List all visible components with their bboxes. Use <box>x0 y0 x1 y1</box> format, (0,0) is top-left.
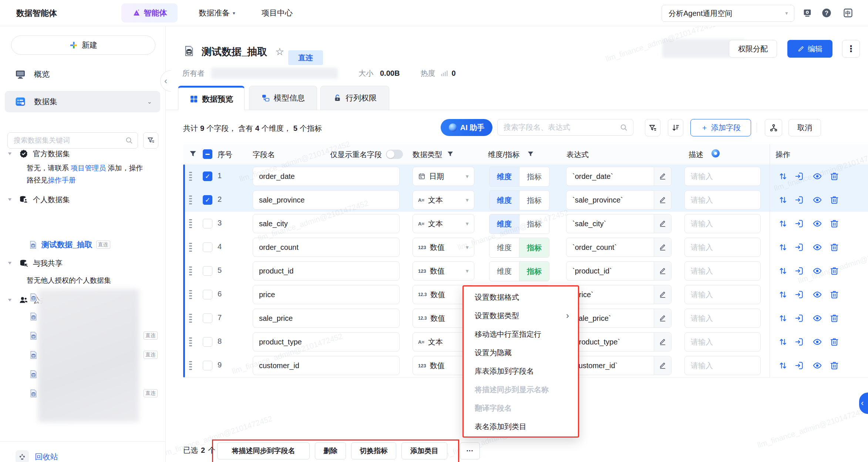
public-dataset-item[interactable]: 直连 <box>29 327 162 344</box>
new-button[interactable]: 新建 <box>11 35 155 55</box>
row-checkbox[interactable] <box>203 361 212 370</box>
insert-row-button[interactable] <box>794 219 804 228</box>
cancel-button[interactable]: 取消 <box>788 119 821 136</box>
expression-input[interactable]: `sale_province` <box>566 190 672 210</box>
move-row-button[interactable] <box>778 337 788 347</box>
dup-toggle-switch[interactable] <box>386 150 403 159</box>
role-measure-option[interactable]: 指标 <box>519 262 549 281</box>
visibility-button[interactable] <box>813 219 822 228</box>
row-checkbox[interactable] <box>203 219 212 228</box>
public-dataset-item[interactable] <box>29 289 162 305</box>
drag-handle-icon[interactable] <box>188 337 193 348</box>
tab-model-info[interactable]: 模型信息 <box>249 86 317 110</box>
visibility-button[interactable] <box>813 290 822 299</box>
role-dimension-option[interactable]: 维度 <box>489 167 519 186</box>
drag-handle-icon[interactable] <box>188 266 193 277</box>
field-name-input[interactable]: sale_price <box>253 309 400 328</box>
filter-rows-icon[interactable] <box>189 150 197 160</box>
public-dataset-item[interactable] <box>29 366 162 382</box>
description-input[interactable]: 请输入 <box>684 238 761 257</box>
manual-link[interactable]: 操作手册 <box>48 176 76 184</box>
role-measure-option[interactable]: 指标 <box>519 191 549 210</box>
field-name-input[interactable]: order_count <box>253 238 400 257</box>
visibility-button[interactable] <box>813 337 822 347</box>
tab-row-col-permission[interactable]: 行列权限 <box>320 86 389 110</box>
public-dataset-item[interactable] <box>29 308 162 325</box>
public-dataset-item[interactable]: 直连 <box>29 347 162 363</box>
insert-row-button[interactable] <box>794 242 804 252</box>
visibility-button[interactable] <box>813 361 822 370</box>
field-name-input[interactable]: price <box>253 285 400 304</box>
side-panel-expand-tab[interactable]: ‹ <box>859 393 868 414</box>
field-name-input[interactable]: product_type <box>253 332 400 351</box>
drag-handle-icon[interactable] <box>188 361 193 372</box>
insert-row-button[interactable] <box>794 195 804 205</box>
field-name-input[interactable]: sale_city <box>253 214 400 233</box>
expression-edit-button[interactable] <box>654 214 671 233</box>
insert-row-button[interactable] <box>794 266 804 276</box>
context-menu-item[interactable]: 移动选中行至指定行 <box>464 325 578 343</box>
delete-row-button[interactable] <box>830 313 839 323</box>
relation-view-button[interactable] <box>765 119 782 136</box>
dataset-item-active[interactable]: 测试数据_抽取 直连 <box>28 236 162 254</box>
edit-button[interactable]: 编辑 <box>787 40 832 58</box>
sidebar-item-overview[interactable]: 概览 <box>5 64 160 85</box>
project-admin-link[interactable]: 项目管理员 <box>71 164 106 172</box>
delete-row-button[interactable] <box>830 242 839 252</box>
description-input[interactable]: 请输入 <box>684 356 761 375</box>
tree-section-official[interactable]: 官方数据集 <box>8 145 160 163</box>
row-checkbox[interactable] <box>203 313 212 323</box>
delete-selected-button[interactable]: 删除 <box>315 442 346 459</box>
filter-fields-button[interactable] <box>645 119 660 136</box>
context-menu-item[interactable]: 设置数据格式 <box>464 288 578 306</box>
role-dimension-option[interactable]: 维度 <box>489 214 519 234</box>
public-dataset-item[interactable]: 直连 <box>29 385 162 401</box>
expression-input[interactable]: `sale_price` <box>566 309 672 328</box>
delete-row-button[interactable] <box>830 290 839 299</box>
insert-row-button[interactable] <box>794 313 804 323</box>
toggle-measure-button[interactable]: 切换指标 <box>351 442 396 459</box>
nav-data-prep[interactable]: 数据准备 ▾ <box>199 0 235 26</box>
row-checkbox[interactable] <box>203 337 212 347</box>
move-row-button[interactable] <box>778 195 788 205</box>
description-input[interactable]: 请输入 <box>684 214 761 233</box>
more-actions-button[interactable]: ⋮ <box>842 40 860 58</box>
context-menu-item[interactable]: 设置为隐藏 <box>464 343 578 362</box>
expression-input[interactable]: `price` <box>566 285 672 304</box>
field-name-input[interactable]: customer_id <box>253 356 400 375</box>
workspace-select[interactable]: 分析Agent通用空间 ▼ <box>662 5 794 22</box>
expression-input[interactable]: `customer_id` <box>566 356 672 375</box>
ai-assistant-button[interactable]: AI 助手 <box>441 119 492 136</box>
tab-data-preview[interactable]: 数据预览 <box>178 86 245 110</box>
language-icon[interactable]: 中 <box>843 8 853 20</box>
context-menu-item[interactable]: 表名添加到类目 <box>464 417 578 436</box>
move-row-button[interactable] <box>778 219 788 228</box>
drag-handle-icon[interactable] <box>188 290 193 301</box>
permission-button[interactable]: 权限分配 <box>729 40 777 58</box>
drag-handle-icon[interactable] <box>188 313 193 325</box>
delete-row-button[interactable] <box>830 171 839 181</box>
description-input[interactable]: 请输入 <box>684 167 761 186</box>
role-dimension-option[interactable]: 维度 <box>489 238 519 257</box>
field-name-input[interactable]: product_id <box>253 261 400 281</box>
insert-row-button[interactable] <box>794 361 804 370</box>
help-icon[interactable]: ? <box>821 8 832 20</box>
move-row-button[interactable] <box>778 171 788 181</box>
add-field-button[interactable]: ＋ 添加字段 <box>690 119 751 136</box>
description-input[interactable]: 请输入 <box>684 261 761 281</box>
role-filter-icon[interactable] <box>527 150 534 159</box>
drag-handle-icon[interactable] <box>188 171 193 183</box>
field-search-input[interactable]: 搜索字段名、表达式 <box>497 119 633 136</box>
move-row-button[interactable] <box>778 361 788 370</box>
visibility-button[interactable] <box>813 195 822 205</box>
delete-row-button[interactable] <box>830 337 839 347</box>
expression-edit-button[interactable] <box>654 333 671 351</box>
move-row-button[interactable] <box>778 242 788 252</box>
data-type-select[interactable]: A≡文本▼ <box>413 190 474 210</box>
expression-input[interactable]: `order_date` <box>566 167 672 186</box>
console-icon[interactable] <box>802 8 813 20</box>
visibility-button[interactable] <box>813 313 822 323</box>
nav-agent-tab[interactable]: 智能体 <box>121 3 178 23</box>
star-icon[interactable]: ☆ <box>275 46 284 58</box>
move-row-button[interactable] <box>778 313 788 323</box>
